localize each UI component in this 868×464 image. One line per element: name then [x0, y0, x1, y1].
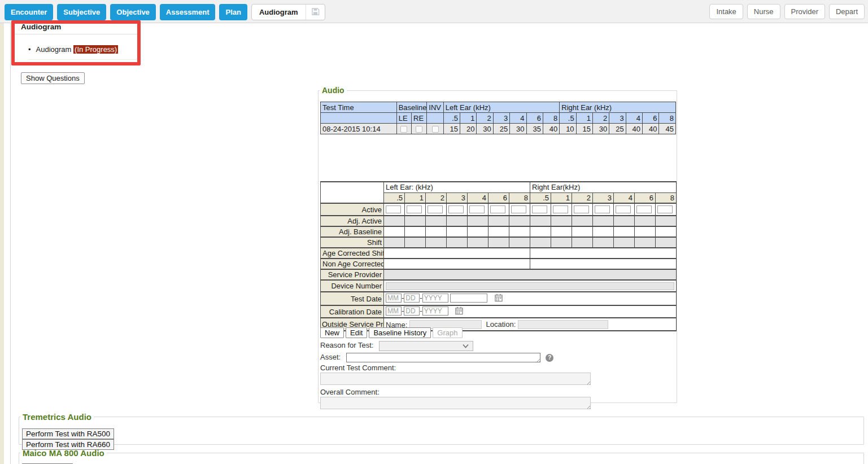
overall-comment-textarea[interactable] — [320, 397, 591, 409]
test-date-mm-input[interactable] — [386, 294, 402, 303]
asset-label: Asset: — [320, 353, 341, 361]
perform-test-ra500-button[interactable]: Perform Test with RA500 — [22, 428, 114, 439]
test-time-cell: 08-24-2015 10:14 — [321, 124, 397, 134]
calibration-date-yyyy-input[interactable] — [422, 307, 448, 316]
tremetrics-section: Tremetrics Audio Perform Test with RA500… — [19, 412, 864, 445]
left-rail — [0, 23, 4, 464]
active-right-4-input[interactable] — [595, 205, 610, 213]
graph-button: Graph — [433, 327, 462, 338]
audio-section: Audio Test Time Baseline INV Left Ear (k… — [318, 86, 677, 403]
calibration-date-mm-input[interactable] — [386, 307, 402, 316]
service-provider-value — [384, 269, 677, 280]
active-left-6-input[interactable] — [490, 205, 505, 213]
calendar-icon[interactable] — [494, 295, 503, 304]
stage-button-group: Intake Nurse Provider Depart — [709, 4, 865, 19]
inv-checkbox[interactable] — [432, 126, 439, 133]
col-test-time: Test Time — [321, 102, 397, 113]
col-inv: INV — [427, 102, 443, 113]
encounter-button[interactable]: Encounter — [5, 4, 53, 20]
maico-section: Maico MA 800 Audio Perform Test — [19, 448, 864, 464]
left-splitter[interactable] — [10, 23, 11, 464]
baseline-history-button[interactable]: Baseline History — [369, 327, 431, 338]
calibration-date-dd-input[interactable] — [404, 307, 420, 316]
adj-active-row: Adj. Active — [321, 216, 677, 226]
active-right-5-input[interactable] — [616, 205, 631, 213]
service-provider-row: Service Provider — [321, 269, 677, 280]
panel-divider — [15, 34, 137, 34]
new-button[interactable]: New — [320, 327, 344, 338]
active-left-2-input[interactable] — [407, 205, 422, 213]
help-icon[interactable]: ? — [546, 354, 553, 362]
current-comment-label: Current Test Comment: — [320, 364, 396, 372]
detail-right-ear-header: Right Ear(kHz) — [530, 182, 677, 192]
reason-for-test-select[interactable] — [379, 341, 473, 351]
overall-comment-label: Overall Comment: — [320, 388, 380, 396]
active-row: Active — [321, 203, 677, 216]
baseline-le-checkbox[interactable] — [400, 126, 407, 133]
assessment-button[interactable]: Assessment — [160, 4, 216, 20]
active-right-7-input[interactable] — [657, 205, 673, 213]
provider-button[interactable]: Provider — [784, 4, 825, 19]
reason-for-test-row: Reason for Test: — [320, 341, 473, 351]
calendar-icon[interactable] — [455, 308, 464, 317]
nav-button-group: Encounter Subjective Objective Assessmen… — [5, 4, 325, 20]
active-left-5-input[interactable] — [469, 205, 485, 213]
tremetrics-legend: Tremetrics Audio — [20, 412, 94, 422]
audiogram-tab[interactable]: Audiogram — [251, 4, 325, 20]
asset-input[interactable] — [346, 353, 540, 362]
col-left-ear: Left Ear (kHz) — [443, 102, 560, 113]
active-left-4-input[interactable] — [448, 205, 464, 213]
audio-results-table: Test Time Baseline INV Left Ear (kHz) Ri… — [320, 102, 676, 134]
col-le: LE — [396, 113, 411, 124]
baseline-re-checkbox[interactable] — [416, 126, 422, 133]
active-right-3-input[interactable] — [574, 205, 589, 213]
col-re: RE — [412, 113, 427, 124]
asset-row: Asset: ? — [320, 353, 553, 362]
chevron-down-icon — [463, 344, 469, 348]
active-left-3-input[interactable] — [428, 205, 443, 213]
top-toolbar: Encounter Subjective Objective Assessmen… — [0, 0, 868, 23]
audio-test-row[interactable]: 08-24-2015 10:14 15 20 30 25 30 35 40 10… — [321, 124, 676, 134]
test-date-dd-input[interactable] — [404, 294, 420, 303]
test-date-yyyy-input[interactable] — [422, 294, 448, 303]
nurse-button[interactable]: Nurse — [747, 4, 780, 19]
detail-left-ear-header: Left Ear: (kHz) — [384, 182, 530, 192]
show-questions-button[interactable]: Show Questions — [21, 72, 85, 84]
active-left-7-input[interactable] — [511, 205, 526, 213]
non-age-corrected-shift-row: Non Age Corrected Shift — [321, 259, 677, 269]
bullet-icon: • — [28, 45, 31, 54]
active-right-6-input[interactable] — [636, 205, 652, 213]
save-button[interactable] — [306, 5, 325, 20]
panel-item-divider — [28, 59, 137, 60]
adj-baseline-row: Adj. Baseline — [321, 226, 677, 237]
audiogram-tab-label: Audiogram — [252, 5, 306, 20]
intake-button[interactable]: Intake — [709, 4, 743, 19]
outside-provider-location-input[interactable] — [518, 320, 608, 329]
audio-legend: Audio — [320, 86, 347, 95]
status-badge: (In Progress) — [73, 45, 118, 54]
floppy-disk-icon — [311, 7, 320, 17]
shift-row: Shift — [321, 237, 677, 248]
active-right-2-input[interactable] — [553, 205, 568, 213]
audio-detail-table: Left Ear: (kHz) Right Ear(kHz) .5 1 2 3 … — [320, 181, 677, 331]
reason-for-test-label: Reason for Test: — [320, 341, 373, 349]
col-right-ear: Right Ear (kHz) — [560, 102, 676, 113]
current-test-comment-textarea[interactable] — [320, 373, 591, 385]
col-baseline: Baseline — [396, 102, 427, 113]
device-number-row: Device Number — [321, 280, 677, 292]
device-number-input[interactable] — [386, 282, 674, 290]
maico-legend: Maico MA 800 Audio — [20, 448, 107, 458]
active-left-1-input[interactable] — [386, 205, 401, 213]
audiogram-progress-item[interactable]: •Audiogram (In Progress) — [28, 45, 118, 54]
subjective-button[interactable]: Subjective — [57, 4, 106, 20]
plan-button[interactable]: Plan — [219, 4, 247, 20]
location-label: Location: — [486, 320, 516, 329]
panel-title: Audiogram — [21, 23, 61, 31]
edit-button[interactable]: Edit — [346, 327, 367, 338]
objective-button[interactable]: Objective — [110, 4, 156, 20]
active-right-1-input[interactable] — [532, 205, 547, 213]
audio-action-buttons: New Edit Baseline History Graph — [320, 327, 463, 338]
audiogram-item-label: Audiogram — [36, 45, 72, 54]
test-time-input[interactable] — [450, 294, 487, 303]
depart-button[interactable]: Depart — [829, 4, 865, 19]
